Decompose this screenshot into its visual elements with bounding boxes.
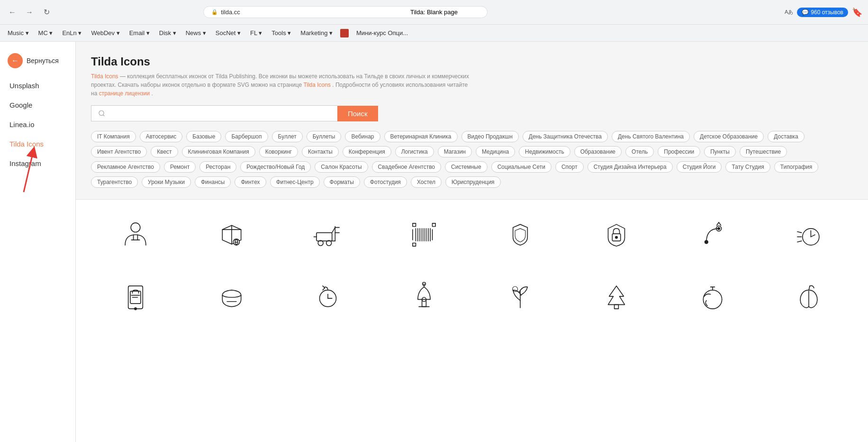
toolbar-news[interactable]: News ▾ [182, 28, 210, 38]
tag-30[interactable]: Ресторан [199, 161, 236, 173]
sidebar-item-unsplash[interactable]: Unsplash [0, 76, 75, 95]
icons-grid [91, 211, 853, 321]
sidebar-item-lineaio[interactable]: Linea.io [0, 115, 75, 134]
tag-22[interactable]: Недвижимость [519, 146, 570, 157]
tag-8[interactable]: Видео Продакшн [461, 131, 519, 142]
icon-branch-plant[interactable] [476, 274, 564, 321]
tag-46[interactable]: Форматы [324, 176, 360, 188]
desc-link-tilda-icons-1[interactable]: Tilda Icons [91, 73, 118, 80]
tag-44[interactable]: Финтех [235, 176, 266, 188]
toolbar-minicourse[interactable]: Мини-курс Опци... [353, 28, 412, 38]
bookmark-icon[interactable]: 🔖 [852, 7, 862, 18]
tag-15[interactable]: Клининговая Компания [182, 146, 255, 157]
toolbar-mc[interactable]: MC ▾ [35, 28, 57, 38]
toolbar-enln[interactable]: EnLn ▾ [58, 28, 85, 38]
icon-mask[interactable] [187, 274, 276, 321]
tag-48[interactable]: Хостел [411, 176, 442, 188]
icon-shield-box[interactable] [476, 211, 564, 258]
tag-37[interactable]: Студия Дизайна Интерьера [588, 161, 673, 173]
tag-9[interactable]: День Защитника Отечества [523, 131, 608, 142]
svg-line-63 [809, 286, 810, 290]
toolbar-socnet[interactable]: SocNet ▾ [212, 28, 244, 38]
icon-gnome-house[interactable] [380, 274, 468, 321]
sidebar-item-google[interactable]: Google [0, 95, 75, 115]
tag-14[interactable]: Квест [151, 146, 178, 157]
tag-0[interactable]: IT Компания [91, 131, 136, 142]
tag-45[interactable]: Фитнес-Центр [270, 176, 320, 188]
tag-25[interactable]: Профессии [658, 146, 700, 157]
icon-route[interactable] [668, 211, 757, 258]
tag-3[interactable]: Барбершоп [225, 131, 268, 142]
tag-42[interactable]: Уроки Музыки [142, 176, 191, 188]
icon-lock-shield[interactable] [572, 211, 660, 258]
tag-6[interactable]: Вебинар [345, 131, 380, 142]
icon-apple-fruit[interactable] [764, 274, 853, 321]
tag-12[interactable]: Доставка [768, 131, 805, 142]
tag-23[interactable]: Образование [574, 146, 622, 157]
toolbar-fl[interactable]: FL ▾ [246, 28, 266, 38]
icon-box-location[interactable] [187, 211, 276, 258]
icon-forklift[interactable] [283, 211, 372, 258]
tag-27[interactable]: Путешествие [740, 146, 787, 157]
sidebar-item-instagram[interactable]: Instagram [0, 154, 75, 173]
arrow-container: Instagram [0, 154, 75, 173]
tag-38[interactable]: Студия Йоги [677, 161, 722, 173]
search-button[interactable]: Поиск [337, 106, 378, 121]
forward-button[interactable]: → [23, 6, 36, 19]
tag-24[interactable]: Отель [625, 146, 654, 157]
tag-41[interactable]: Турагентство [91, 176, 138, 188]
tag-21[interactable]: Медицина [476, 146, 515, 157]
svg-rect-11 [316, 233, 332, 241]
icon-mobile-shopping[interactable] [91, 274, 180, 321]
tag-32[interactable]: Салон Красоты [315, 161, 368, 173]
sidebar-item-tildaicons[interactable]: Tilda Icons [0, 134, 75, 154]
tag-18[interactable]: Конференция [343, 146, 391, 157]
tag-36[interactable]: Спорт [555, 161, 584, 173]
tag-16[interactable]: Коворкинг [259, 146, 298, 157]
tag-33[interactable]: Свадебное Агентство [372, 161, 442, 173]
tag-13[interactable]: Ивент Агентство [91, 146, 147, 157]
reload-button[interactable]: ↻ [40, 6, 53, 19]
tag-20[interactable]: Магазин [438, 146, 472, 157]
back-button[interactable]: ← [6, 6, 19, 19]
icon-worker[interactable] [91, 211, 180, 258]
review-icon: 💬 [802, 9, 809, 16]
tag-1[interactable]: Автосервис [140, 131, 183, 142]
tag-17[interactable]: Контакты [302, 146, 339, 157]
icon-timer-gauge[interactable] [764, 211, 853, 258]
icon-christmas-tree[interactable] [572, 274, 660, 321]
toolbar-marketing[interactable]: Marketing ▾ [297, 28, 336, 38]
icon-barcode[interactable] [380, 211, 468, 258]
icon-ornament-ball[interactable] [668, 274, 757, 321]
toolbar-music[interactable]: Music ▾ [4, 28, 33, 38]
tag-49[interactable]: Юриспруденция [445, 176, 501, 188]
tag-40[interactable]: Типография [774, 161, 818, 173]
tag-47[interactable]: Фотостудия [364, 176, 407, 188]
tag-26[interactable]: Пункты [704, 146, 736, 157]
search-input[interactable] [109, 110, 331, 117]
back-button-sidebar[interactable]: ← Вернуться [0, 49, 75, 72]
toolbar-tools[interactable]: Tools ▾ [268, 28, 295, 38]
desc-link-tilda-icons-2[interactable]: Tilda Icons [303, 82, 331, 88]
tag-4[interactable]: Буллет [272, 131, 303, 142]
tag-19[interactable]: Логистика [395, 146, 434, 157]
sidebar: ← Вернуться Unsplash Google Linea.io Til… [0, 42, 76, 442]
toolbar-disk[interactable]: Disk ▾ [155, 28, 180, 38]
toolbar-webdev[interactable]: WebDev ▾ [87, 28, 123, 38]
tag-34[interactable]: Системные [445, 161, 488, 173]
tag-35[interactable]: Социальные Сети [491, 161, 552, 173]
tag-28[interactable]: Рекламное Агентство [91, 161, 160, 173]
tag-10[interactable]: День Святого Валентина [612, 131, 690, 142]
tag-43[interactable]: Финансы [195, 176, 231, 188]
desc-link-license[interactable]: странице лицензии [99, 90, 150, 97]
tag-7[interactable]: Ветеринарная Клиника [384, 131, 458, 142]
icon-clock-refresh[interactable] [283, 274, 372, 321]
tag-2[interactable]: Базовые [186, 131, 221, 142]
tag-39[interactable]: Тату Студия [725, 161, 770, 173]
tag-5[interactable]: Буллеты [307, 131, 342, 142]
svg-point-57 [512, 286, 517, 292]
tag-29[interactable]: Ремонт [164, 161, 196, 173]
tag-31[interactable]: Рождество/Новый Год [240, 161, 311, 173]
tag-11[interactable]: Детское Образование [694, 131, 764, 142]
toolbar-email[interactable]: Email ▾ [126, 28, 154, 38]
